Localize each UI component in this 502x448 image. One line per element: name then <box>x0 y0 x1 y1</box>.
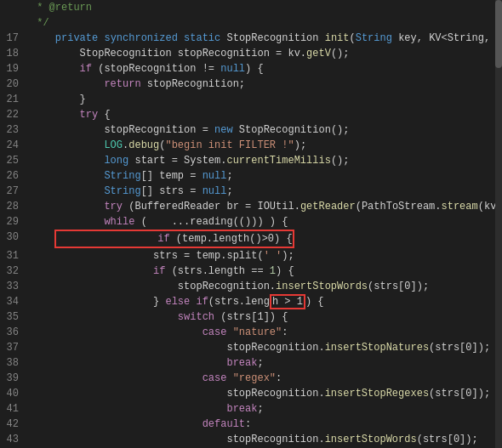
table-row: 32 if (strs.length == 1) { <box>0 264 502 279</box>
line-number: 42 <box>0 417 27 432</box>
line-content: default: <box>27 417 502 432</box>
table-row: 37 stopRecognition.insertStopNatures(str… <box>0 340 502 355</box>
table-row: 30 if (temp.length()>0) { <box>0 230 502 248</box>
line-number: 43 <box>0 432 27 447</box>
table-row: 26 String[] temp = null; <box>0 168 502 184</box>
line-content: String[] temp = null; <box>27 168 502 184</box>
line-number: 18 <box>0 46 27 61</box>
table-row: 34 } else if(strs.lengh > 1) { <box>0 294 502 309</box>
table-row: 42 default: <box>0 417 502 432</box>
line-content: } else if(strs.lengh > 1) { <box>27 294 502 309</box>
code-lines-container: * @return */17 private synchronized stat… <box>0 0 502 448</box>
line-number: 38 <box>0 355 27 371</box>
line-number: 41 <box>0 401 27 417</box>
line-number: 39 <box>0 371 27 386</box>
line-number: 21 <box>0 92 27 107</box>
line-number: 40 <box>0 386 27 401</box>
line-number: 25 <box>0 153 27 168</box>
line-number: 36 <box>0 325 27 340</box>
line-content: if (strs.length == 1) { <box>27 264 502 279</box>
table-row: */ <box>0 15 502 31</box>
line-content: stopRecognition.insertStopRegexes(strs[0… <box>27 386 502 401</box>
line-content: private synchronized static StopRecognit… <box>27 31 502 46</box>
line-number: 17 <box>0 31 27 46</box>
line-content: case "nature": <box>27 325 502 340</box>
line-content: stopRecognition.insertStopWords(strs[0])… <box>27 279 502 294</box>
line-number: 34 <box>0 294 27 309</box>
table-row: 33 stopRecognition.insertStopWords(strs[… <box>0 279 502 294</box>
line-content: strs = temp.split(' '); <box>27 248 502 264</box>
table-row: 27 String[] strs = null; <box>0 184 502 199</box>
line-number: 19 <box>0 61 27 77</box>
table-row: 39 case "regex": <box>0 371 502 386</box>
line-number: 27 <box>0 184 27 199</box>
line-content: try (BufferedReader br = IOUtil.getReade… <box>27 199 502 214</box>
line-number: 35 <box>0 309 27 325</box>
line-content: break; <box>27 355 502 371</box>
table-row: if (temp.length()>0) { <box>54 230 294 248</box>
table-row: 28 try (BufferedReader br = IOUtil.getRe… <box>0 199 502 214</box>
line-number: 22 <box>0 107 27 122</box>
line-content: stopRecognition = new StopRecognition(); <box>27 122 502 138</box>
table-row: 41 break; <box>0 401 502 417</box>
line-content: */ <box>27 15 502 31</box>
table-row: 36 case "nature": <box>0 325 502 340</box>
line-number: 37 <box>0 340 27 355</box>
table-row: * @return <box>0 0 502 15</box>
table-row: 21 } <box>0 92 502 107</box>
table-row: 35 switch (strs[1]) { <box>0 309 502 325</box>
line-content: String[] strs = null; <box>27 184 502 199</box>
line-content: } <box>27 92 502 107</box>
table-row: 40 stopRecognition.insertStopRegexes(str… <box>0 386 502 401</box>
line-content: case "regex": <box>27 371 502 386</box>
line-number: 26 <box>0 168 27 184</box>
line-content: switch (strs[1]) { <box>27 309 502 325</box>
scrollbar[interactable] <box>495 0 502 448</box>
line-number: 28 <box>0 199 27 214</box>
table-row: 20 return stopRecognition; <box>0 77 502 92</box>
table-row: 38 break; <box>0 355 502 371</box>
line-content: stopRecognition.insertStopWords(strs[0])… <box>27 432 502 447</box>
table-row: 29 while ( ...reading(())) ) { <box>0 214 502 230</box>
table-row: 25 long start = System.currentTimeMillis… <box>0 153 502 168</box>
line-content: return stopRecognition; <box>27 77 502 92</box>
line-number: 20 <box>0 77 27 92</box>
line-number: 31 <box>0 248 27 264</box>
line-content: stopRecognition.insertStopNatures(strs[0… <box>27 340 502 355</box>
line-number: 24 <box>0 138 27 153</box>
line-content: if (temp.length()>0) { <box>56 231 293 247</box>
line-content: long start = System.currentTimeMillis(); <box>27 153 502 168</box>
table-row: 19 if (stopRecognition != null) { <box>0 61 502 77</box>
table-row: 43 stopRecognition.insertStopWords(strs[… <box>0 432 502 447</box>
line-number: 33 <box>0 279 27 294</box>
table-row: 23 stopRecognition = new StopRecognition… <box>0 122 502 138</box>
line-number: 23 <box>0 122 27 138</box>
table-row: 31 strs = temp.split(' '); <box>0 248 502 264</box>
line-number: 32 <box>0 264 27 279</box>
line-content: while ( ...reading(())) ) { <box>27 214 502 230</box>
line-number: 30 <box>0 230 27 245</box>
line-content: break; <box>27 401 502 417</box>
table-row: 17 private synchronized static StopRecog… <box>0 31 502 46</box>
line-content: StopRecognition stopRecognition = kv.get… <box>27 46 502 61</box>
table-row: 22 try { <box>0 107 502 122</box>
line-number: 29 <box>0 214 27 230</box>
line-content: try { <box>27 107 502 122</box>
table-row: 18 StopRecognition stopRecognition = kv.… <box>0 46 502 61</box>
scrollbar-thumb[interactable] <box>495 0 502 68</box>
code-editor: * @return */17 private synchronized stat… <box>0 0 502 448</box>
line-content: LOG.debug("begin init FILTER !"); <box>27 138 502 153</box>
line-content: if (stopRecognition != null) { <box>27 61 502 77</box>
table-row: 24 LOG.debug("begin init FILTER !"); <box>0 138 502 153</box>
line-content: * @return <box>27 0 502 15</box>
